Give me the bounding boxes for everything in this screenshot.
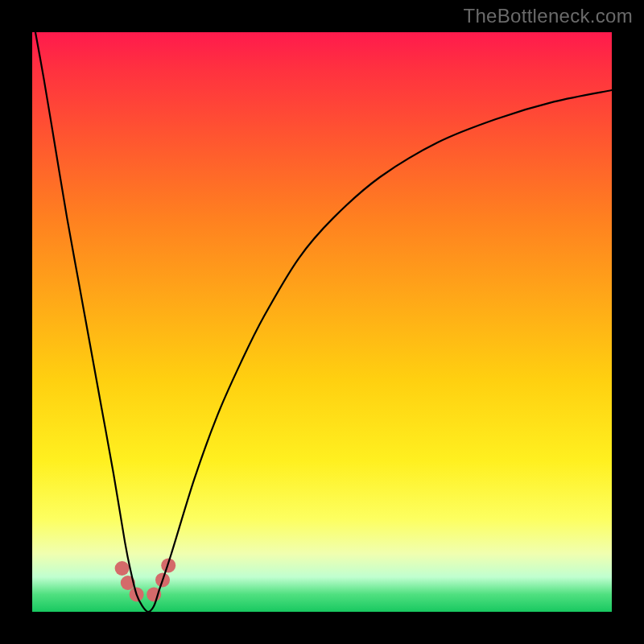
curve-svg [32,32,612,612]
plot-area [32,32,612,612]
curve-marker [115,561,130,576]
watermark-text: TheBottleneck.com [463,5,633,27]
marker-group [115,558,176,601]
bottleneck-curve [32,32,612,612]
chart-frame: TheBottleneck.com [0,0,644,644]
